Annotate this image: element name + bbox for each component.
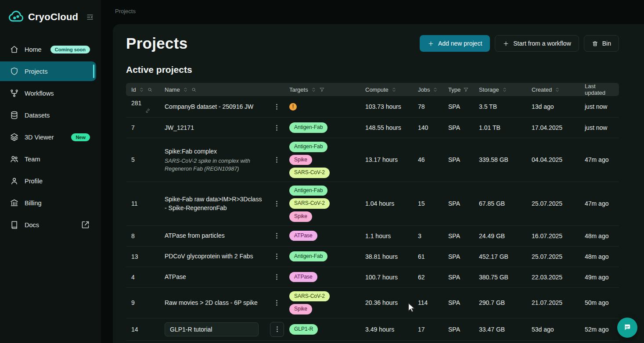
project-name[interactable]: Spike:Fab complex <box>165 147 265 156</box>
start-from-a-workflow-button[interactable]: Start from a workflow <box>495 35 579 52</box>
table-row[interactable]: 281CompanyB dataset - 250916 JW!103.73 h… <box>126 96 619 118</box>
plus-icon <box>428 40 434 47</box>
row-menu-button[interactable] <box>270 121 283 134</box>
target-pill[interactable]: Antigen-Fab <box>289 186 327 196</box>
column-header-targets[interactable]: Targets <box>284 86 360 93</box>
sidebar-item-3d-viewer[interactable]: 3D ViewerNew <box>0 127 96 147</box>
row-menu-button[interactable] <box>270 229 283 243</box>
logo[interactable]: CryoCloud <box>0 0 101 29</box>
column-header-last-updated[interactable]: Last updated <box>579 83 619 96</box>
project-name[interactable]: JW_12171 <box>165 123 265 132</box>
projects-table: IdNameTargetsComputeJobsTypeStorageCreat… <box>126 83 619 341</box>
link-icon[interactable] <box>136 108 159 114</box>
search-icon[interactable] <box>147 87 153 93</box>
table-row[interactable]: 8ATPase from particlesATPase1.1 hours3SP… <box>126 226 619 247</box>
sort-icon[interactable] <box>311 87 317 93</box>
target-pill[interactable]: ATPase <box>289 231 317 241</box>
project-id: 5 <box>126 156 159 163</box>
chat-button[interactable] <box>617 318 637 338</box>
dots-vertical-icon <box>273 124 281 132</box>
column-header-jobs[interactable]: Jobs <box>413 86 443 93</box>
sidebar-item-billing[interactable]: Billing <box>0 193 96 213</box>
row-menu-button[interactable] <box>270 271 283 284</box>
sidebar-nav: HomeComing soonProjectsWorkflowsDatasets… <box>0 39 101 235</box>
sort-icon[interactable] <box>502 87 507 93</box>
table-row[interactable]: 7JW_12171Antigen-Fab148.55 hours140SPA1.… <box>126 118 619 138</box>
project-type: SPA <box>443 103 474 110</box>
column-header-created[interactable]: Created <box>526 86 579 93</box>
sort-icon[interactable] <box>183 87 188 93</box>
row-menu-button[interactable] <box>270 250 283 263</box>
project-storage: 67.85 GB <box>474 200 526 207</box>
target-pill[interactable]: Spike <box>289 304 312 314</box>
column-header-compute[interactable]: Compute <box>360 86 413 93</box>
target-pill[interactable]: Antigen-Fab <box>289 142 327 152</box>
row-menu-button[interactable] <box>270 296 283 309</box>
badge-new: New <box>71 133 90 141</box>
target-pill[interactable]: SARS-CoV-2 <box>289 291 330 302</box>
sidebar-item-projects[interactable]: Projects <box>0 61 96 81</box>
sort-icon[interactable] <box>391 87 397 93</box>
column-header-storage[interactable]: Storage <box>474 86 526 93</box>
add-new-project-button[interactable]: Add new project <box>420 35 490 52</box>
toolbar: Add new projectStart from a workflowBin <box>420 35 619 52</box>
project-name-cell: JW_12171 <box>159 123 265 132</box>
table-row[interactable]: 4ATPaseATPase100.7 hours62SPA380.75 GB22… <box>126 267 619 288</box>
row-menu-button[interactable] <box>270 197 283 210</box>
target-pill[interactable]: ATPase <box>289 272 317 282</box>
project-targets: Antigen-FabSpikeSARS-CoV-2 <box>284 142 360 178</box>
sidebar-item-datasets[interactable]: Datasets <box>0 105 96 125</box>
target-pill[interactable]: Spike <box>289 211 312 222</box>
sidebar-item-docs[interactable]: Docs <box>0 215 96 235</box>
sort-icon[interactable] <box>139 87 144 93</box>
project-storage: 339.58 GB <box>474 156 526 163</box>
project-id-value: 13 <box>131 253 159 260</box>
projects-icon <box>10 67 19 76</box>
row-menu-button[interactable] <box>270 153 283 166</box>
row-menu-button[interactable] <box>270 322 284 337</box>
target-pill[interactable]: SARS-CoV-2 <box>289 198 330 209</box>
filter-icon[interactable] <box>319 87 325 93</box>
table-row[interactable]: 5Spike:Fab complexSARS-CoV-2 spike in co… <box>126 138 619 182</box>
table-row[interactable]: 9Raw movies > 2D class - 6P spikeSARS-Co… <box>126 288 619 318</box>
workflows-icon <box>10 89 19 98</box>
target-pill[interactable]: Spike <box>289 155 312 165</box>
column-label: Targets <box>289 86 308 93</box>
project-name[interactable]: PDCoV glycoprotein with 2 Fabs <box>165 252 265 261</box>
table-row[interactable]: 11Spike-Fab raw data>IM>R>3Dclass - Spik… <box>126 182 619 226</box>
project-name-cell: PDCoV glycoprotein with 2 Fabs <box>159 252 265 261</box>
project-name-input[interactable]: GLP1-R tutorial <box>165 322 259 336</box>
table-row[interactable]: 13PDCoV glycoprotein with 2 FabsAntigen-… <box>126 247 619 267</box>
column-header-type[interactable]: Type <box>443 86 474 93</box>
column-header-id[interactable]: Id <box>126 86 159 93</box>
bin-button[interactable]: Bin <box>584 35 619 52</box>
search-icon[interactable] <box>191 87 197 93</box>
sidebar-item-team[interactable]: Team <box>0 149 96 169</box>
sort-icon[interactable] <box>554 87 560 93</box>
project-name[interactable]: Spike-Fab raw data>IM>R>3Dclass - Spike-… <box>165 195 265 213</box>
project-name-cell: Spike-Fab raw data>IM>R>3Dclass - Spike-… <box>159 195 265 213</box>
sort-icon[interactable] <box>432 87 438 93</box>
sidebar-item-home[interactable]: HomeComing soon <box>0 39 96 59</box>
row-menu-button[interactable] <box>270 100 283 113</box>
column-header-name[interactable]: Name <box>159 86 284 93</box>
viewer-3d-icon <box>10 132 19 142</box>
project-name[interactable]: ATPase <box>165 272 265 281</box>
project-name-cell: CompanyB dataset - 250916 JW <box>159 102 265 111</box>
project-name[interactable]: CompanyB dataset - 250916 JW <box>165 102 265 111</box>
collapse-sidebar-icon[interactable] <box>86 13 94 21</box>
sidebar-item-profile[interactable]: Profile <box>0 171 96 191</box>
target-pill[interactable]: Antigen-Fab <box>289 251 327 262</box>
project-compute: 3.49 hours <box>360 326 413 333</box>
project-last-updated: just now <box>579 103 619 110</box>
target-pill[interactable]: SARS-CoV-2 <box>289 168 330 178</box>
table-row[interactable]: 14GLP1-R tutorialGLP1-R3.49 hours17SPA33… <box>126 318 619 341</box>
project-name[interactable]: ATPase from particles <box>165 231 265 240</box>
sidebar-item-workflows[interactable]: Workflows <box>0 83 96 103</box>
project-name[interactable]: Raw movies > 2D class - 6P spike <box>165 298 265 307</box>
project-id-value: 8 <box>131 232 159 239</box>
target-pill[interactable]: Antigen-Fab <box>289 122 327 133</box>
target-pill[interactable]: GLP1-R <box>289 324 318 335</box>
project-storage: 33.47 GB <box>474 326 526 333</box>
filter-icon[interactable] <box>463 87 469 93</box>
